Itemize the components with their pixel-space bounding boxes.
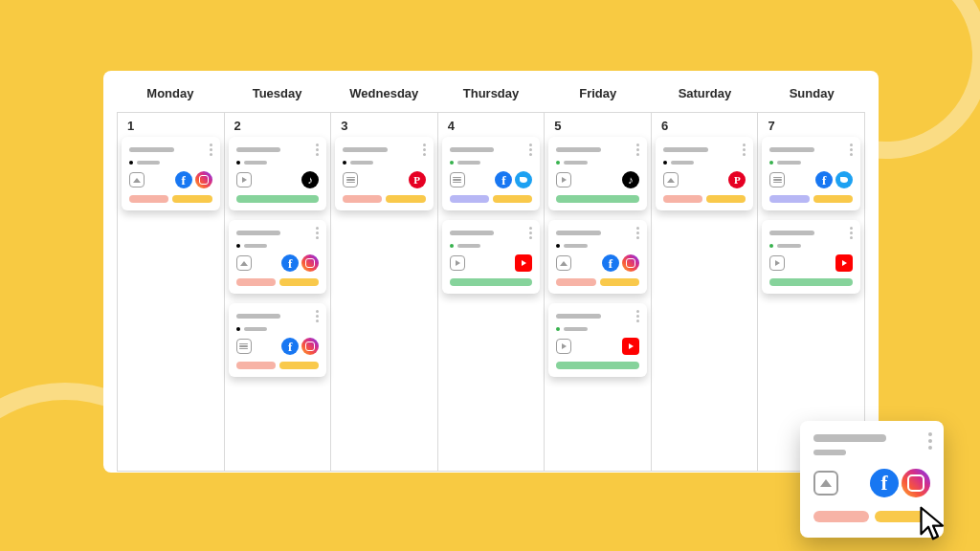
day-header: Monday bbox=[117, 71, 224, 112]
title-placeholder bbox=[236, 147, 281, 152]
date-number: 1 bbox=[118, 113, 224, 137]
post-card[interactable] bbox=[122, 137, 220, 210]
day-cell[interactable]: 6 bbox=[651, 112, 758, 472]
card-menu-icon[interactable] bbox=[316, 227, 319, 239]
day-header-row: Monday Tuesday Wednesday Thursday Friday… bbox=[103, 71, 879, 112]
calendar-board: Monday Tuesday Wednesday Thursday Friday… bbox=[103, 71, 879, 473]
post-card[interactable] bbox=[656, 137, 754, 210]
subtitle-placeholder bbox=[564, 161, 587, 165]
card-menu-icon[interactable] bbox=[636, 310, 639, 322]
post-card[interactable] bbox=[442, 220, 541, 294]
image-post-icon bbox=[556, 255, 571, 271]
day-cell[interactable]: 7 bbox=[757, 112, 865, 472]
post-card[interactable] bbox=[229, 220, 327, 294]
facebook-icon bbox=[870, 469, 899, 497]
facebook-icon bbox=[175, 171, 192, 188]
date-number: 4 bbox=[438, 113, 545, 137]
post-card[interactable] bbox=[762, 220, 860, 294]
card-menu-icon[interactable] bbox=[743, 143, 746, 156]
tag-pills bbox=[450, 195, 533, 203]
social-icons bbox=[281, 254, 319, 272]
tag-pills bbox=[343, 195, 426, 203]
post-card[interactable] bbox=[548, 220, 647, 294]
date-number: 5 bbox=[545, 113, 651, 137]
facebook-icon bbox=[815, 171, 833, 188]
day-cell[interactable]: 4 bbox=[437, 112, 545, 472]
facebook-icon bbox=[495, 171, 512, 188]
tag-pill bbox=[343, 195, 382, 203]
status-dot bbox=[129, 161, 133, 165]
tag-pill bbox=[236, 362, 276, 369]
day-cell[interactable]: 1 bbox=[117, 112, 224, 472]
social-icons bbox=[728, 171, 746, 188]
subtitle-placeholder bbox=[137, 161, 160, 165]
tag-pill bbox=[769, 278, 853, 286]
tag-pill bbox=[172, 195, 212, 203]
day-header: Wednesday bbox=[330, 71, 437, 112]
post-card[interactable] bbox=[335, 137, 434, 210]
instagram-icon bbox=[622, 254, 639, 272]
tag-pill bbox=[450, 195, 489, 203]
post-card[interactable] bbox=[229, 303, 327, 377]
subtitle-placeholder bbox=[350, 161, 373, 165]
card-stack bbox=[758, 137, 864, 298]
card-menu-icon[interactable] bbox=[636, 227, 639, 239]
post-card[interactable] bbox=[442, 137, 541, 210]
title-placeholder bbox=[813, 434, 886, 442]
text-post-icon bbox=[343, 172, 358, 187]
pinterest-icon bbox=[409, 171, 426, 188]
social-icons bbox=[515, 254, 532, 272]
tag-pill bbox=[236, 278, 276, 286]
subtitle-placeholder bbox=[777, 161, 800, 165]
twitter-icon bbox=[835, 171, 853, 188]
tag-pills bbox=[556, 278, 639, 286]
tag-pill bbox=[769, 195, 809, 203]
card-stack bbox=[438, 137, 545, 298]
image-post-icon bbox=[236, 255, 252, 271]
tag-pills bbox=[129, 195, 212, 203]
title-placeholder bbox=[556, 231, 601, 235]
title-placeholder bbox=[450, 147, 495, 152]
date-number: 3 bbox=[331, 113, 437, 137]
tag-pills bbox=[236, 362, 320, 369]
card-menu-icon[interactable] bbox=[423, 143, 426, 156]
tag-pill bbox=[386, 195, 425, 203]
day-cell[interactable]: 2 bbox=[224, 112, 331, 472]
title-placeholder bbox=[236, 314, 281, 319]
card-stack bbox=[118, 137, 224, 214]
pinterest-icon bbox=[728, 171, 746, 188]
post-card[interactable] bbox=[548, 137, 647, 210]
social-icons bbox=[835, 254, 853, 272]
card-menu-icon[interactable] bbox=[316, 143, 319, 156]
facebook-icon bbox=[602, 254, 619, 272]
social-icons bbox=[815, 171, 853, 188]
status-dot bbox=[769, 244, 773, 248]
tag-pill bbox=[129, 195, 168, 203]
tag-pill bbox=[556, 278, 595, 286]
tag-pill bbox=[706, 195, 746, 203]
youtube-icon bbox=[622, 338, 639, 355]
tag-pills bbox=[556, 362, 639, 369]
video-post-icon bbox=[769, 255, 785, 271]
tag-pill bbox=[556, 195, 639, 203]
title-placeholder bbox=[236, 231, 281, 235]
post-card[interactable] bbox=[762, 137, 860, 210]
subtitle-placeholder bbox=[457, 161, 480, 165]
card-menu-icon[interactable] bbox=[850, 227, 853, 239]
day-cell[interactable]: 3 bbox=[330, 112, 437, 472]
tag-pill bbox=[813, 511, 869, 522]
card-menu-icon[interactable] bbox=[529, 143, 532, 156]
card-menu-icon[interactable] bbox=[850, 143, 853, 156]
card-menu-icon[interactable] bbox=[210, 143, 212, 156]
card-menu-icon[interactable] bbox=[529, 227, 532, 239]
video-post-icon bbox=[450, 255, 465, 271]
card-menu-icon[interactable] bbox=[928, 432, 932, 450]
card-menu-icon[interactable] bbox=[636, 143, 639, 156]
post-card[interactable] bbox=[548, 303, 647, 377]
status-dot bbox=[236, 161, 240, 165]
post-card[interactable] bbox=[229, 137, 327, 210]
facebook-icon bbox=[281, 254, 299, 272]
card-menu-icon[interactable] bbox=[316, 310, 319, 322]
day-cell[interactable]: 5 bbox=[544, 112, 651, 472]
floating-post-card[interactable] bbox=[800, 421, 944, 538]
